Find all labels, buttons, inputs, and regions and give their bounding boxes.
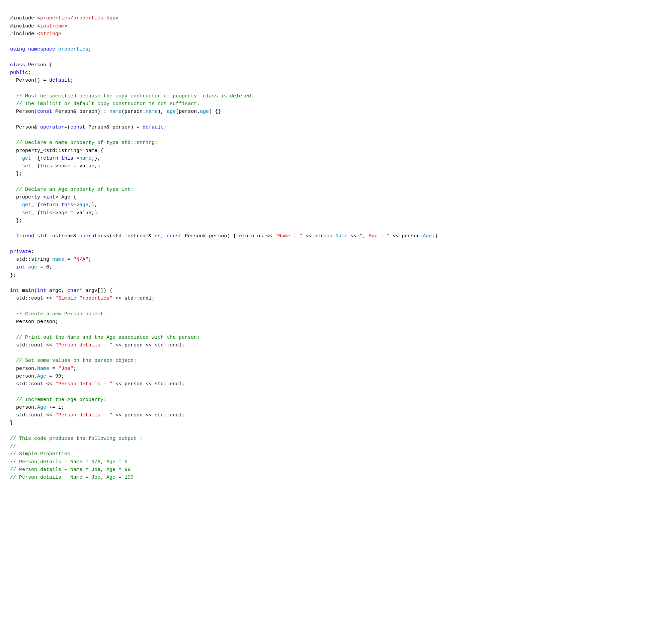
code-editor: #include <properties/properties.hpp> #in… [10, 7, 644, 481]
